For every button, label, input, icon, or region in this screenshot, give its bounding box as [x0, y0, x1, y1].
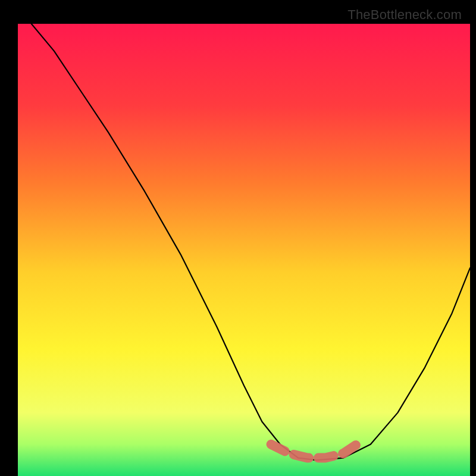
svg-rect-0	[18, 24, 470, 476]
bottleneck-curve-chart	[18, 24, 470, 476]
chart-frame: TheBottleneck.com	[6, 6, 470, 470]
attribution-text: TheBottleneck.com	[347, 7, 462, 23]
chart-svg	[18, 24, 470, 476]
